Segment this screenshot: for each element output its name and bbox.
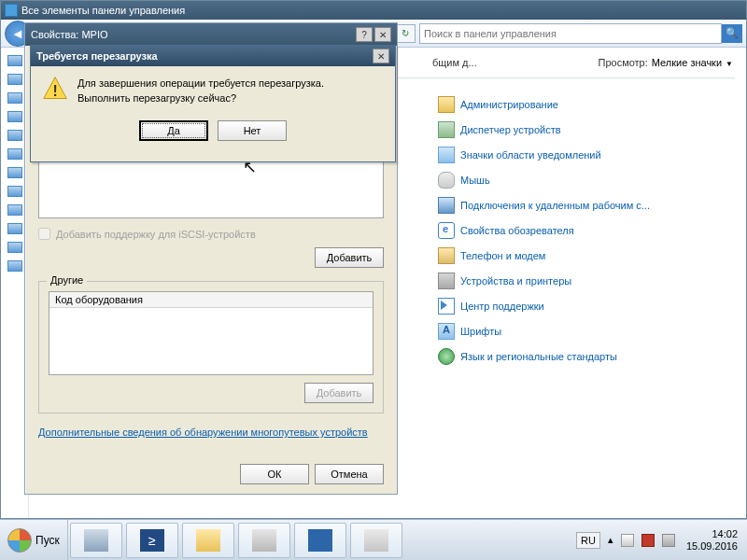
explorer-titlebar: Все элементы панели управления <box>1 1 746 20</box>
search-button[interactable]: 🔍 <box>722 24 742 43</box>
mpio-titlebar[interactable]: Свойства: MPIO ? ✕ <box>25 23 397 46</box>
printer-icon <box>438 273 455 289</box>
view-dropdown[interactable]: Мелкие значки▼ <box>652 57 733 68</box>
globe-icon <box>438 348 455 365</box>
device-manager-icon <box>438 121 455 138</box>
cpl-action-center[interactable]: Центр поддержки <box>438 293 650 318</box>
refresh-button[interactable]: ↻ <box>395 24 416 43</box>
start-button[interactable]: Пуск <box>0 520 68 560</box>
confirm-close-button[interactable]: ✕ <box>373 49 389 63</box>
clock-time: 14:02 <box>686 528 738 540</box>
tray-volume-icon[interactable] <box>662 534 675 547</box>
others-group-title: Другие <box>47 274 87 286</box>
cpl-fonts[interactable]: Шрифты <box>438 318 650 343</box>
explorer-window-title: Все элементы панели управления <box>21 5 185 16</box>
cancel-button[interactable]: Отмена <box>315 464 384 484</box>
cpl-mouse[interactable]: Мышь <box>438 167 650 192</box>
notification-area-icon <box>438 147 455 163</box>
phone-modem-icon <box>438 247 455 264</box>
taskbar-powershell[interactable]: ≥ <box>126 523 178 558</box>
server-manager-icon <box>84 529 108 552</box>
language-indicator[interactable]: RU <box>576 532 600 549</box>
yes-button[interactable]: Да <box>139 120 208 141</box>
clock-date: 15.09.2016 <box>686 540 738 553</box>
cpl-remote-desktop[interactable]: Подключения к удаленным рабочим с... <box>438 192 650 217</box>
restart-required-dialog: Требуется перезагрузка ✕ ! Для завершени… <box>30 45 396 162</box>
internet-options-icon <box>438 222 455 239</box>
tray-network-icon[interactable] <box>641 534 655 547</box>
powershell-icon: ≥ <box>140 529 164 552</box>
app-icon <box>308 529 332 552</box>
view-label: Просмотр: <box>599 57 648 68</box>
cpl-device-manager[interactable]: Диспетчер устройств <box>438 117 650 142</box>
mpio-help-link[interactable]: Дополнительные сведения об обнаружении м… <box>38 427 368 438</box>
no-button[interactable]: Нет <box>218 120 287 141</box>
cpl-phone-modem[interactable]: Телефон и модем <box>438 243 650 268</box>
chevron-down-icon: ▼ <box>726 60 733 68</box>
admin-tools-icon <box>438 96 455 113</box>
help-button[interactable]: ? <box>356 27 373 42</box>
flag-icon <box>438 298 455 315</box>
search-input[interactable] <box>420 28 721 39</box>
taskbar-app-6[interactable] <box>350 523 402 558</box>
cpl-devices-printers[interactable]: Устройства и принтеры <box>438 268 650 293</box>
taskbar-app-5[interactable] <box>294 523 346 558</box>
clock[interactable]: 14:02 15.09.2016 <box>683 528 741 553</box>
mpio-title-text: Свойства: MPIO <box>31 29 354 40</box>
app-icon <box>252 529 276 552</box>
hardware-id-listbox[interactable]: Код оборудования <box>49 291 374 375</box>
taskbar-app-4[interactable] <box>238 523 290 558</box>
start-label: Пуск <box>35 534 60 547</box>
add-button-2[interactable]: Добавить <box>304 383 374 403</box>
add-button-1[interactable]: Добавить <box>315 247 384 268</box>
close-button[interactable]: ✕ <box>374 27 391 42</box>
cpl-admin[interactable]: Администрирование <box>438 91 650 117</box>
control-panel-items: Администрирование Диспетчер устройств Зн… <box>438 91 650 369</box>
mouse-icon <box>438 172 455 189</box>
truncated-left-item[interactable]: бщим д... <box>432 57 599 68</box>
warning-icon: ! <box>42 76 68 102</box>
cpl-notification-icons[interactable]: Значки области уведомлений <box>438 142 650 167</box>
taskbar: Пуск ≥ RU ▴ 14:02 15.09.2016 <box>0 519 747 560</box>
control-panel-icon <box>5 4 18 17</box>
confirm-titlebar[interactable]: Требуется перезагрузка ✕ <box>31 46 395 66</box>
ok-button[interactable]: ОК <box>240 464 309 484</box>
fonts-icon <box>438 323 455 340</box>
iscsi-support-label: Добавить поддержку для iSCSI-устройств <box>56 229 256 240</box>
taskbar-explorer[interactable] <box>182 523 234 558</box>
others-groupbox: Другие Код оборудования Добавить <box>38 281 384 413</box>
hardware-id-header: Код оборудования <box>49 292 373 308</box>
app-icon <box>364 529 388 552</box>
explorer-icon <box>196 529 220 552</box>
iscsi-support-checkbox[interactable] <box>38 228 50 240</box>
system-tray: RU ▴ 14:02 15.09.2016 <box>571 520 747 560</box>
tray-flag-icon[interactable] <box>621 534 634 547</box>
confirm-message: Для завершения операции требуется переза… <box>78 76 324 105</box>
remote-desktop-icon <box>438 197 455 214</box>
tray-chevron-icon[interactable]: ▴ <box>608 534 613 546</box>
svg-text:!: ! <box>52 83 57 99</box>
taskbar-server-manager[interactable] <box>70 523 122 558</box>
cpl-internet-options[interactable]: Свойства обозревателя <box>438 217 650 243</box>
confirm-title-text: Требуется перезагрузка <box>36 50 371 62</box>
cpl-region-language[interactable]: Язык и региональные стандарты <box>438 343 650 369</box>
start-orb-icon <box>7 528 32 553</box>
search-box[interactable] <box>419 23 722 44</box>
